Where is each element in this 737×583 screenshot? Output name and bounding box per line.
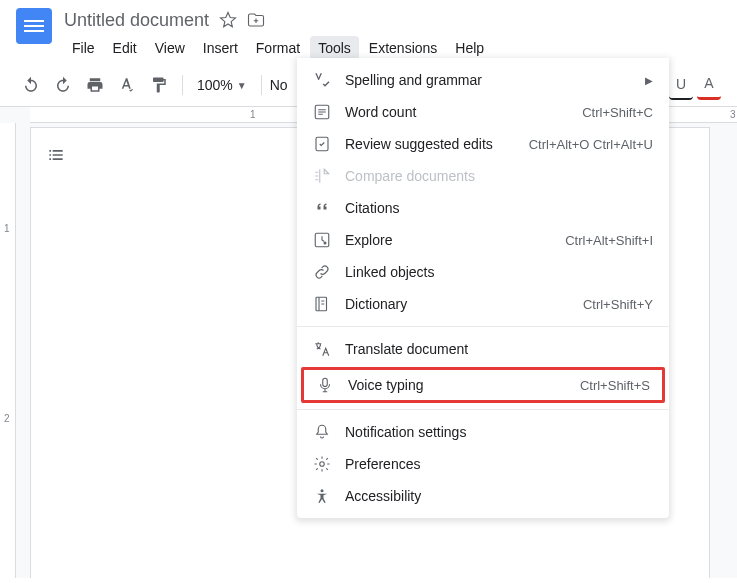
- voice-icon: [316, 376, 334, 394]
- notification-icon: [313, 423, 331, 441]
- menu-separator: [297, 326, 669, 327]
- menu-item-dictionary[interactable]: DictionaryCtrl+Shift+Y: [297, 288, 669, 320]
- menu-item-shortcut: Ctrl+Alt+O Ctrl+Alt+U: [529, 137, 653, 152]
- ruler-tick: 1: [4, 223, 10, 234]
- menubar: FileEditViewInsertFormatToolsExtensionsH…: [64, 36, 721, 60]
- citations-icon: [313, 199, 331, 217]
- accessibility-icon: [313, 487, 331, 505]
- linked-icon: [313, 263, 331, 281]
- title-area: Untitled document FileEditViewInsertForm…: [64, 8, 721, 60]
- menu-tools[interactable]: Tools: [310, 36, 359, 60]
- star-icon[interactable]: [219, 11, 237, 29]
- menu-item-label: Compare documents: [345, 168, 653, 184]
- vertical-ruler[interactable]: 123: [0, 123, 16, 578]
- tools-menu: Spelling and grammar▶Word countCtrl+Shif…: [297, 58, 669, 518]
- ruler-tick: 2: [4, 413, 10, 424]
- paint-format-button[interactable]: [144, 70, 174, 100]
- chevron-right-icon: ▶: [645, 75, 653, 86]
- menu-item-shortcut: Ctrl+Shift+Y: [583, 297, 653, 312]
- menu-item-label: Linked objects: [345, 264, 653, 280]
- menu-view[interactable]: View: [147, 36, 193, 60]
- redo-button[interactable]: [48, 70, 78, 100]
- move-icon[interactable]: [247, 11, 265, 29]
- menu-item-label: Word count: [345, 104, 568, 120]
- menu-item-shortcut: Ctrl+Alt+Shift+I: [565, 233, 653, 248]
- menu-help[interactable]: Help: [447, 36, 492, 60]
- header: Untitled document FileEditViewInsertForm…: [0, 0, 737, 60]
- compare-icon: [313, 167, 331, 185]
- menu-item-shortcut: Ctrl+Shift+C: [582, 105, 653, 120]
- menu-item-compare-documents: Compare documents: [297, 160, 669, 192]
- menu-item-translate-document[interactable]: Translate document: [297, 333, 669, 365]
- review-icon: [313, 135, 331, 153]
- spellcheck-icon: [313, 71, 331, 89]
- spellcheck-button[interactable]: [112, 70, 142, 100]
- menu-item-accessibility[interactable]: Accessibility: [297, 480, 669, 512]
- svg-point-7: [321, 489, 324, 492]
- chevron-down-icon: ▼: [237, 80, 247, 91]
- menu-format[interactable]: Format: [248, 36, 308, 60]
- menu-item-word-count[interactable]: Word countCtrl+Shift+C: [297, 96, 669, 128]
- menu-item-preferences[interactable]: Preferences: [297, 448, 669, 480]
- menu-item-explore[interactable]: ExploreCtrl+Alt+Shift+I: [297, 224, 669, 256]
- title-row: Untitled document: [64, 8, 721, 32]
- undo-button[interactable]: [16, 70, 46, 100]
- document-title[interactable]: Untitled document: [64, 10, 209, 31]
- menu-item-label: Preferences: [345, 456, 653, 472]
- menu-extensions[interactable]: Extensions: [361, 36, 445, 60]
- menu-item-spelling-and-grammar[interactable]: Spelling and grammar▶: [297, 64, 669, 96]
- menu-item-linked-objects[interactable]: Linked objects: [297, 256, 669, 288]
- menu-item-label: Citations: [345, 200, 653, 216]
- docs-logo-icon[interactable]: [16, 8, 52, 44]
- menu-separator: [297, 409, 669, 410]
- menu-item-label: Dictionary: [345, 296, 569, 312]
- translate-icon: [313, 340, 331, 358]
- toolbar-separator: [261, 75, 262, 95]
- menu-item-label: Accessibility: [345, 488, 653, 504]
- outline-toggle-button[interactable]: [40, 139, 72, 171]
- svg-rect-5: [323, 378, 328, 386]
- menu-item-label: Voice typing: [348, 377, 566, 393]
- menu-item-label: Translate document: [345, 341, 653, 357]
- ruler-tick: 1: [250, 109, 256, 120]
- ruler-tick: 3: [730, 109, 736, 120]
- menu-item-voice-typing[interactable]: Voice typingCtrl+Shift+S: [301, 367, 665, 403]
- menu-item-shortcut: Ctrl+Shift+S: [580, 378, 650, 393]
- text-color-button[interactable]: A: [697, 70, 721, 100]
- zoom-dropdown[interactable]: 100% ▼: [191, 77, 253, 93]
- menu-item-label: Review suggested edits: [345, 136, 515, 152]
- menu-edit[interactable]: Edit: [105, 36, 145, 60]
- preferences-icon: [313, 455, 331, 473]
- menu-item-label: Spelling and grammar: [345, 72, 631, 88]
- wordcount-icon: [313, 103, 331, 121]
- menu-item-label: Notification settings: [345, 424, 653, 440]
- menu-item-notification-settings[interactable]: Notification settings: [297, 416, 669, 448]
- dictionary-icon: [313, 295, 331, 313]
- zoom-value: 100%: [197, 77, 233, 93]
- menu-item-label: Explore: [345, 232, 551, 248]
- svg-point-3: [324, 242, 327, 245]
- print-button[interactable]: [80, 70, 110, 100]
- explore-icon: [313, 231, 331, 249]
- svg-point-6: [320, 462, 325, 467]
- menu-insert[interactable]: Insert: [195, 36, 246, 60]
- underline-button[interactable]: U: [669, 70, 693, 100]
- toolbar-separator: [182, 75, 183, 95]
- menu-item-review-suggested-edits[interactable]: Review suggested editsCtrl+Alt+O Ctrl+Al…: [297, 128, 669, 160]
- menu-file[interactable]: File: [64, 36, 103, 60]
- font-family-truncated[interactable]: No: [270, 77, 288, 93]
- menu-item-citations[interactable]: Citations: [297, 192, 669, 224]
